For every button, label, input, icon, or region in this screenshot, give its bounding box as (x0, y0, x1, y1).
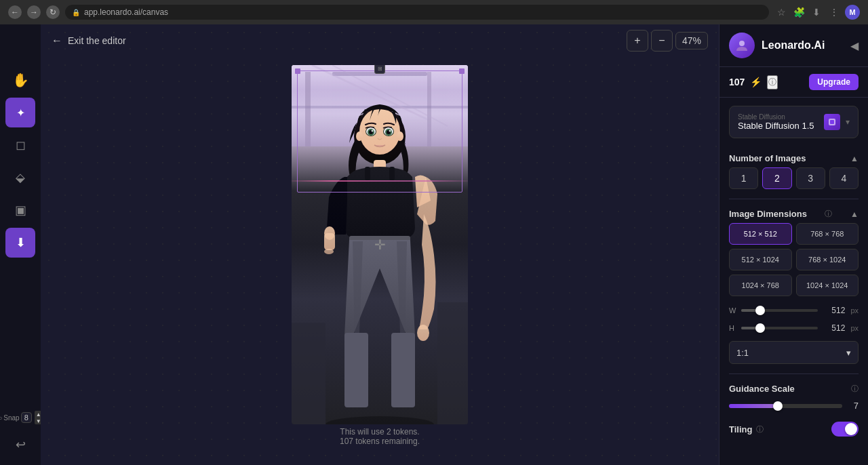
svg-point-31 (324, 249, 334, 254)
svg-rect-32 (292, 323, 326, 424)
guidance-scale-header: Guidance Scale ⓘ (719, 377, 868, 398)
panel-collapse-button[interactable]: ◀ (850, 39, 859, 52)
num-images-2[interactable]: 2 (762, 167, 791, 189)
exit-arrow-icon: ← (52, 35, 62, 47)
svg-rect-11 (389, 167, 395, 180)
image-dimensions-collapse[interactable]: ▲ (850, 209, 859, 219)
number-of-images-grid: 1 2 3 4 (719, 167, 868, 196)
snap-row: ○ Snap 8 ▲ ▼ (0, 411, 41, 424)
pink-line (292, 180, 468, 182)
canvas-image-container: ⊞ ✛ (292, 65, 468, 424)
svg-rect-28 (344, 333, 368, 407)
inpaint-tool-button[interactable]: ⬙ (5, 163, 35, 193)
guidance-thumb[interactable] (773, 401, 783, 411)
snap-circle: ○ (0, 414, 2, 422)
tokens-line2: 107 tokens remaining. (340, 437, 420, 446)
tiling-info[interactable]: ⓘ (756, 424, 764, 434)
image-dimensions-title: Image Dimensions (729, 209, 807, 219)
tiling-toggle[interactable] (831, 422, 859, 437)
canvas-area[interactable]: ← Exit the editor + − 47% (41, 24, 719, 465)
num-images-1[interactable]: 1 (729, 167, 758, 189)
guidance-info[interactable]: ⓘ (851, 384, 859, 394)
dim-1024x1024[interactable]: 1024 × 1024 (796, 275, 859, 296)
extensions-icon[interactable]: 🧩 (792, 5, 806, 19)
width-label: W (729, 306, 736, 315)
canvas-image[interactable]: ⊞ ✛ (292, 65, 468, 424)
dim-1024x768[interactable]: 1024 × 768 (729, 275, 792, 296)
star-icon[interactable]: ☆ (774, 5, 788, 19)
snap-value: 8 (24, 413, 28, 422)
svg-rect-33 (437, 302, 468, 424)
divider-1 (729, 199, 859, 199)
dim-768x1024[interactable]: 768 × 1024 (796, 249, 859, 270)
svg-rect-10 (365, 167, 370, 180)
image-dimensions-header: Image Dimensions ⓘ ▲ (719, 202, 868, 223)
browser-actions: ☆ 🧩 ⬇ ⋮ M (774, 5, 860, 20)
model-selector[interactable]: Stable Diffusion Stable Diffusion 1.5 ▾ (729, 106, 859, 138)
lock-icon: 🔒 (72, 9, 80, 16)
eraser-tool-button[interactable]: ◻ (5, 130, 35, 160)
panel-title: Leonardo.Ai (762, 39, 825, 52)
dim-512x512[interactable]: 512 × 512 (729, 223, 792, 245)
svg-rect-29 (391, 333, 415, 407)
dimensions-grid: 512 × 512 768 × 768 512 × 1024 768 × 102… (719, 223, 868, 303)
upgrade-button[interactable]: Upgrade (809, 74, 859, 90)
divider-2 (729, 373, 859, 374)
menu-icon[interactable]: ⋮ (827, 5, 841, 19)
aspect-ratio-select[interactable]: 1:1 ▾ (729, 341, 859, 364)
zoom-out-button[interactable]: − (651, 30, 673, 52)
forward-button[interactable]: → (27, 5, 41, 19)
svg-point-30 (417, 325, 429, 341)
num-images-3[interactable]: 3 (796, 167, 825, 189)
aspect-ratio-value: 1:1 (736, 348, 749, 358)
download-icon[interactable]: ⬇ (810, 5, 823, 19)
height-slider-track[interactable] (741, 327, 818, 329)
guidance-fill (729, 404, 778, 408)
guidance-track[interactable] (729, 404, 842, 408)
dim-512x1024[interactable]: 512 × 1024 (729, 249, 792, 270)
user-avatar[interactable]: M (845, 5, 860, 20)
zoom-in-button[interactable]: + (627, 30, 648, 52)
select-tool-button[interactable]: ✦ (5, 98, 35, 127)
aspect-ratio-dropdown-icon: ▾ (846, 348, 851, 358)
undo-button[interactable]: ↩ (5, 430, 35, 460)
height-value: 512 (823, 323, 845, 333)
svg-rect-37 (830, 120, 834, 124)
token-row: 107 ⚡ ⓘ Upgrade (719, 67, 868, 98)
back-button[interactable]: ← (8, 5, 22, 19)
url-bar[interactable]: 🔒 app.leonardo.ai/canvas (65, 5, 769, 20)
image-dimensions-info[interactable]: ⓘ (825, 209, 832, 219)
tiling-toggle-thumb (845, 423, 857, 435)
tokens-info: This will use 2 tokens. 107 tokens remai… (340, 427, 420, 446)
model-name: Stable Diffusion 1.5 (738, 121, 818, 131)
panel-header: Leonardo.Ai ◀ (719, 24, 868, 67)
width-slider-track[interactable] (741, 309, 818, 312)
exit-label: Exit the editor (68, 35, 126, 46)
dim-768x768[interactable]: 768 × 768 (796, 223, 859, 245)
width-slider-thumb[interactable] (755, 306, 765, 315)
hand-tool-button[interactable]: ✋ (5, 65, 35, 95)
svg-point-26 (397, 132, 403, 141)
height-slider-thumb[interactable] (755, 323, 765, 333)
model-icon (824, 114, 840, 130)
number-of-images-collapse[interactable]: ▲ (850, 154, 859, 163)
exit-editor-button[interactable]: ← Exit the editor (52, 35, 126, 47)
height-unit: px (850, 324, 859, 332)
snap-value-container: 8 (21, 412, 32, 423)
browser-chrome: ← → ↻ 🔒 app.leonardo.ai/canvas ☆ 🧩 ⬇ ⋮ M (0, 0, 868, 24)
refresh-button[interactable]: ↻ (46, 5, 60, 19)
svg-rect-3 (427, 72, 431, 146)
width-value: 512 (823, 306, 845, 315)
canvas-header: ← Exit the editor + − 47% (41, 24, 719, 57)
image-tool-button[interactable]: ▣ (5, 195, 35, 225)
height-slider-row: H 512 px (719, 321, 868, 338)
token-info-button[interactable]: ⓘ (767, 75, 778, 89)
download-tool-button[interactable]: ⬇ (5, 228, 35, 258)
num-images-4[interactable]: 4 (829, 167, 859, 189)
tiling-label-row: Tiling ⓘ (729, 424, 764, 434)
svg-point-35 (739, 41, 745, 46)
tiling-row: Tiling ⓘ (719, 416, 868, 442)
url-text: app.leonardo.ai/canvas (84, 7, 168, 17)
svg-point-25 (356, 132, 363, 141)
svg-point-24 (389, 130, 391, 132)
